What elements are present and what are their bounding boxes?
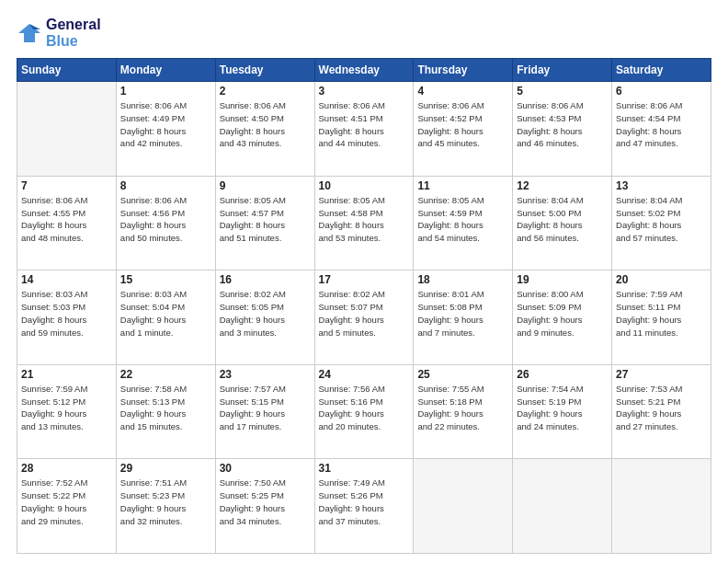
calendar-cell [513, 459, 612, 554]
calendar-cell: 5Sunrise: 8:06 AMSunset: 4:53 PMDaylight… [513, 82, 612, 177]
day-number: 1 [120, 85, 211, 98]
calendar-cell: 6Sunrise: 8:06 AMSunset: 4:54 PMDaylight… [612, 82, 711, 177]
calendar-cell: 2Sunrise: 8:06 AMSunset: 4:50 PMDaylight… [215, 82, 314, 177]
day-info: Sunrise: 7:50 AMSunset: 5:25 PMDaylight:… [220, 477, 311, 527]
logo-text: General Blue [46, 17, 101, 49]
weekday-header-tuesday: Tuesday [215, 59, 314, 82]
day-number: 4 [417, 85, 508, 98]
calendar-cell: 17Sunrise: 8:02 AMSunset: 5:07 PMDayligh… [314, 270, 414, 365]
day-number: 25 [417, 368, 508, 381]
day-info: Sunrise: 7:54 AMSunset: 5:19 PMDaylight:… [517, 383, 608, 433]
calendar-cell: 18Sunrise: 8:01 AMSunset: 5:08 PMDayligh… [414, 270, 513, 365]
calendar-cell [414, 459, 513, 554]
day-info: Sunrise: 8:01 AMSunset: 5:08 PMDaylight:… [417, 288, 508, 339]
calendar-cell: 1Sunrise: 8:06 AMSunset: 4:49 PMDaylight… [116, 82, 215, 177]
day-info: Sunrise: 8:03 AMSunset: 5:03 PMDaylight:… [21, 288, 112, 339]
day-number: 23 [220, 368, 311, 381]
calendar-cell: 15Sunrise: 8:03 AMSunset: 5:04 PMDayligh… [116, 270, 215, 365]
calendar-cell: 10Sunrise: 8:05 AMSunset: 4:58 PMDayligh… [314, 176, 414, 270]
page: General Blue SundayMondayTuesdayWednesda… [0, 0, 728, 563]
day-number: 24 [319, 368, 410, 381]
calendar-cell: 27Sunrise: 7:53 AMSunset: 5:21 PMDayligh… [612, 364, 711, 459]
logo: General Blue [17, 17, 101, 49]
day-number: 6 [616, 85, 707, 98]
day-info: Sunrise: 8:06 AMSunset: 4:52 PMDaylight:… [417, 99, 508, 150]
day-info: Sunrise: 8:05 AMSunset: 4:59 PMDaylight:… [417, 194, 508, 245]
day-info: Sunrise: 8:00 AMSunset: 5:09 PMDaylight:… [517, 288, 608, 339]
calendar-table: SundayMondayTuesdayWednesdayThursdayFrid… [17, 58, 711, 554]
day-number: 30 [220, 462, 311, 475]
day-info: Sunrise: 8:06 AMSunset: 4:55 PMDaylight:… [21, 194, 112, 245]
day-info: Sunrise: 8:06 AMSunset: 4:50 PMDaylight:… [220, 99, 311, 150]
day-info: Sunrise: 7:53 AMSunset: 5:21 PMDaylight:… [616, 383, 707, 433]
calendar-cell: 12Sunrise: 8:04 AMSunset: 5:00 PMDayligh… [513, 176, 612, 270]
calendar-cell: 24Sunrise: 7:56 AMSunset: 5:16 PMDayligh… [314, 364, 414, 459]
day-number: 11 [417, 179, 508, 192]
day-info: Sunrise: 7:51 AMSunset: 5:23 PMDaylight:… [120, 477, 211, 527]
calendar-cell [17, 82, 117, 177]
calendar-cell: 23Sunrise: 7:57 AMSunset: 5:15 PMDayligh… [215, 364, 314, 459]
calendar-cell: 29Sunrise: 7:51 AMSunset: 5:23 PMDayligh… [116, 459, 215, 554]
day-info: Sunrise: 7:58 AMSunset: 5:13 PMDaylight:… [120, 383, 211, 433]
calendar-cell: 16Sunrise: 8:02 AMSunset: 5:05 PMDayligh… [215, 270, 314, 365]
svg-marker-0 [18, 24, 40, 42]
day-number: 21 [21, 368, 112, 381]
day-number: 10 [319, 179, 410, 192]
day-number: 22 [120, 368, 211, 381]
day-number: 14 [21, 273, 112, 286]
header: General Blue [17, 17, 711, 49]
day-number: 7 [21, 179, 112, 192]
day-info: Sunrise: 8:05 AMSunset: 4:57 PMDaylight:… [220, 194, 311, 245]
day-info: Sunrise: 8:04 AMSunset: 5:00 PMDaylight:… [517, 194, 608, 245]
calendar-cell: 25Sunrise: 7:55 AMSunset: 5:18 PMDayligh… [414, 364, 513, 459]
day-info: Sunrise: 7:55 AMSunset: 5:18 PMDaylight:… [417, 383, 508, 433]
calendar-cell: 8Sunrise: 8:06 AMSunset: 4:56 PMDaylight… [116, 176, 215, 270]
day-info: Sunrise: 8:06 AMSunset: 4:51 PMDaylight:… [319, 99, 410, 150]
day-number: 20 [616, 273, 707, 286]
calendar-cell: 14Sunrise: 8:03 AMSunset: 5:03 PMDayligh… [17, 270, 117, 365]
day-info: Sunrise: 8:06 AMSunset: 4:54 PMDaylight:… [616, 99, 707, 150]
day-info: Sunrise: 8:02 AMSunset: 5:07 PMDaylight:… [319, 288, 410, 339]
day-info: Sunrise: 8:06 AMSunset: 4:49 PMDaylight:… [120, 99, 211, 150]
weekday-header-row: SundayMondayTuesdayWednesdayThursdayFrid… [17, 59, 711, 82]
weekday-header-saturday: Saturday [612, 59, 711, 82]
day-info: Sunrise: 8:05 AMSunset: 4:58 PMDaylight:… [319, 194, 410, 245]
calendar-cell: 26Sunrise: 7:54 AMSunset: 5:19 PMDayligh… [513, 364, 612, 459]
calendar-cell: 11Sunrise: 8:05 AMSunset: 4:59 PMDayligh… [414, 176, 513, 270]
calendar-cell: 21Sunrise: 7:59 AMSunset: 5:12 PMDayligh… [17, 364, 117, 459]
day-info: Sunrise: 8:04 AMSunset: 5:02 PMDaylight:… [616, 194, 707, 245]
calendar-cell: 22Sunrise: 7:58 AMSunset: 5:13 PMDayligh… [116, 364, 215, 459]
day-info: Sunrise: 8:02 AMSunset: 5:05 PMDaylight:… [220, 288, 311, 339]
day-number: 17 [319, 273, 410, 286]
weekday-header-wednesday: Wednesday [314, 59, 414, 82]
day-info: Sunrise: 8:06 AMSunset: 4:56 PMDaylight:… [120, 194, 211, 245]
calendar-week-row: 28Sunrise: 7:52 AMSunset: 5:22 PMDayligh… [17, 459, 711, 554]
day-number: 12 [517, 179, 608, 192]
day-number: 8 [120, 179, 211, 192]
day-info: Sunrise: 7:49 AMSunset: 5:26 PMDaylight:… [319, 477, 410, 527]
calendar-week-row: 7Sunrise: 8:06 AMSunset: 4:55 PMDaylight… [17, 176, 711, 270]
day-info: Sunrise: 7:59 AMSunset: 5:12 PMDaylight:… [21, 383, 112, 433]
calendar-cell [612, 459, 711, 554]
calendar-cell: 31Sunrise: 7:49 AMSunset: 5:26 PMDayligh… [314, 459, 414, 554]
day-info: Sunrise: 8:03 AMSunset: 5:04 PMDaylight:… [120, 288, 211, 339]
day-number: 29 [120, 462, 211, 475]
calendar-cell: 28Sunrise: 7:52 AMSunset: 5:22 PMDayligh… [17, 459, 117, 554]
day-number: 27 [616, 368, 707, 381]
calendar-cell: 19Sunrise: 8:00 AMSunset: 5:09 PMDayligh… [513, 270, 612, 365]
day-info: Sunrise: 7:59 AMSunset: 5:11 PMDaylight:… [616, 288, 707, 339]
day-number: 5 [517, 85, 608, 98]
logo-icon [17, 20, 42, 46]
day-number: 15 [120, 273, 211, 286]
day-number: 28 [21, 462, 112, 475]
day-number: 31 [319, 462, 410, 475]
day-number: 9 [220, 179, 311, 192]
day-number: 26 [517, 368, 608, 381]
weekday-header-monday: Monday [116, 59, 215, 82]
calendar-week-row: 14Sunrise: 8:03 AMSunset: 5:03 PMDayligh… [17, 270, 711, 365]
calendar-cell: 7Sunrise: 8:06 AMSunset: 4:55 PMDaylight… [17, 176, 117, 270]
day-info: Sunrise: 8:06 AMSunset: 4:53 PMDaylight:… [517, 99, 608, 150]
day-number: 19 [517, 273, 608, 286]
day-number: 2 [220, 85, 311, 98]
calendar-cell: 20Sunrise: 7:59 AMSunset: 5:11 PMDayligh… [612, 270, 711, 365]
